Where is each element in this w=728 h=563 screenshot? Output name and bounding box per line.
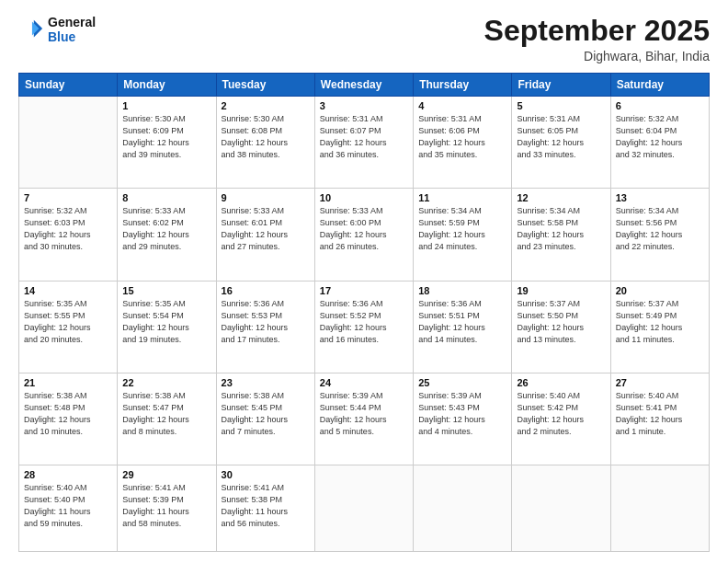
table-row: 11Sunrise: 5:34 AMSunset: 5:59 PMDayligh… <box>414 189 512 281</box>
day-info: Sunrise: 5:40 AMSunset: 5:41 PMDaylight:… <box>616 390 704 438</box>
day-info: Sunrise: 5:39 AMSunset: 5:44 PMDaylight:… <box>320 390 408 438</box>
day-number: 4 <box>418 100 506 111</box>
day-number: 3 <box>320 100 408 111</box>
table-row: 16Sunrise: 5:36 AMSunset: 5:53 PMDayligh… <box>216 281 314 373</box>
logo-text: General Blue <box>48 15 96 44</box>
table-row: 3Sunrise: 5:31 AMSunset: 6:07 PMDaylight… <box>314 97 413 189</box>
day-number: 26 <box>517 377 605 388</box>
day-info: Sunrise: 5:39 AMSunset: 5:43 PMDaylight:… <box>418 390 506 438</box>
day-number: 21 <box>24 377 112 388</box>
day-info: Sunrise: 5:41 AMSunset: 5:39 PMDaylight:… <box>122 482 210 530</box>
day-info: Sunrise: 5:32 AMSunset: 6:03 PMDaylight:… <box>24 205 112 253</box>
day-info: Sunrise: 5:38 AMSunset: 5:47 PMDaylight:… <box>122 390 210 438</box>
table-row: 6Sunrise: 5:32 AMSunset: 6:04 PMDaylight… <box>610 97 709 189</box>
calendar-body: 1Sunrise: 5:30 AMSunset: 6:09 PMDaylight… <box>19 97 710 552</box>
table-row: 12Sunrise: 5:34 AMSunset: 5:58 PMDayligh… <box>512 189 610 281</box>
day-number: 8 <box>122 192 210 203</box>
day-info: Sunrise: 5:40 AMSunset: 5:42 PMDaylight:… <box>517 390 605 438</box>
day-number: 24 <box>320 377 408 388</box>
table-row: 24Sunrise: 5:39 AMSunset: 5:44 PMDayligh… <box>314 373 413 465</box>
day-info: Sunrise: 5:36 AMSunset: 5:51 PMDaylight:… <box>418 298 506 346</box>
table-row: 18Sunrise: 5:36 AMSunset: 5:51 PMDayligh… <box>414 281 512 373</box>
day-number: 23 <box>222 377 310 388</box>
day-number: 19 <box>517 285 605 296</box>
day-number: 20 <box>616 285 704 296</box>
location: Dighwara, Bihar, India <box>484 49 710 63</box>
header: General Blue September 2025 Dighwara, Bi… <box>18 15 710 63</box>
day-info: Sunrise: 5:37 AMSunset: 5:49 PMDaylight:… <box>616 298 704 346</box>
month-title: September 2025 <box>484 15 710 47</box>
day-number: 15 <box>122 285 210 296</box>
table-row: 7Sunrise: 5:32 AMSunset: 6:03 PMDaylight… <box>19 189 118 281</box>
day-number: 27 <box>616 377 704 388</box>
table-row: 19Sunrise: 5:37 AMSunset: 5:50 PMDayligh… <box>512 281 610 373</box>
day-number: 22 <box>122 377 210 388</box>
col-monday: Monday <box>118 74 216 97</box>
logo-icon <box>18 17 44 42</box>
day-info: Sunrise: 5:34 AMSunset: 5:56 PMDaylight:… <box>616 205 704 253</box>
day-number: 9 <box>222 192 310 203</box>
day-number: 10 <box>320 192 408 203</box>
table-row: 15Sunrise: 5:35 AMSunset: 5:54 PMDayligh… <box>118 281 216 373</box>
day-info: Sunrise: 5:34 AMSunset: 5:58 PMDaylight:… <box>517 205 605 253</box>
day-info: Sunrise: 5:33 AMSunset: 6:01 PMDaylight:… <box>222 205 310 253</box>
table-row: 5Sunrise: 5:31 AMSunset: 6:05 PMDaylight… <box>512 97 610 189</box>
day-number: 18 <box>418 285 506 296</box>
day-number: 30 <box>222 469 310 480</box>
table-row: 26Sunrise: 5:40 AMSunset: 5:42 PMDayligh… <box>512 373 610 465</box>
table-row: 21Sunrise: 5:38 AMSunset: 5:48 PMDayligh… <box>19 373 118 465</box>
table-row: 29Sunrise: 5:41 AMSunset: 5:39 PMDayligh… <box>118 465 216 551</box>
table-row: 1Sunrise: 5:30 AMSunset: 6:09 PMDaylight… <box>118 97 216 189</box>
day-info: Sunrise: 5:38 AMSunset: 5:48 PMDaylight:… <box>24 390 112 438</box>
day-number: 17 <box>320 285 408 296</box>
table-row: 14Sunrise: 5:35 AMSunset: 5:55 PMDayligh… <box>19 281 118 373</box>
day-info: Sunrise: 5:41 AMSunset: 5:38 PMDaylight:… <box>222 482 310 530</box>
day-info: Sunrise: 5:35 AMSunset: 5:54 PMDaylight:… <box>122 298 210 346</box>
header-row: Sunday Monday Tuesday Wednesday Thursday… <box>19 74 710 97</box>
col-saturday: Saturday <box>610 74 709 97</box>
day-info: Sunrise: 5:37 AMSunset: 5:50 PMDaylight:… <box>517 298 605 346</box>
col-tuesday: Tuesday <box>216 74 314 97</box>
day-info: Sunrise: 5:35 AMSunset: 5:55 PMDaylight:… <box>24 298 112 346</box>
col-wednesday: Wednesday <box>314 74 413 97</box>
day-number: 12 <box>517 192 605 203</box>
table-row: 28Sunrise: 5:40 AMSunset: 5:40 PMDayligh… <box>19 465 118 551</box>
day-number: 16 <box>222 285 310 296</box>
day-number: 28 <box>24 469 112 480</box>
table-row: 4Sunrise: 5:31 AMSunset: 6:06 PMDaylight… <box>414 97 512 189</box>
table-row <box>414 465 512 551</box>
table-row: 22Sunrise: 5:38 AMSunset: 5:47 PMDayligh… <box>118 373 216 465</box>
table-row <box>314 465 413 551</box>
day-info: Sunrise: 5:38 AMSunset: 5:45 PMDaylight:… <box>222 390 310 438</box>
page: General Blue September 2025 Dighwara, Bi… <box>0 0 728 563</box>
day-info: Sunrise: 5:40 AMSunset: 5:40 PMDaylight:… <box>24 482 112 530</box>
day-number: 5 <box>517 100 605 111</box>
table-row: 27Sunrise: 5:40 AMSunset: 5:41 PMDayligh… <box>610 373 709 465</box>
logo: General Blue <box>18 15 96 44</box>
table-row: 9Sunrise: 5:33 AMSunset: 6:01 PMDaylight… <box>216 189 314 281</box>
day-info: Sunrise: 5:36 AMSunset: 5:53 PMDaylight:… <box>222 298 310 346</box>
col-friday: Friday <box>512 74 610 97</box>
table-row: 23Sunrise: 5:38 AMSunset: 5:45 PMDayligh… <box>216 373 314 465</box>
table-row: 2Sunrise: 5:30 AMSunset: 6:08 PMDaylight… <box>216 97 314 189</box>
table-row: 17Sunrise: 5:36 AMSunset: 5:52 PMDayligh… <box>314 281 413 373</box>
day-info: Sunrise: 5:31 AMSunset: 6:05 PMDaylight:… <box>517 113 605 161</box>
day-number: 13 <box>616 192 704 203</box>
day-number: 1 <box>122 100 210 111</box>
day-info: Sunrise: 5:33 AMSunset: 6:00 PMDaylight:… <box>320 205 408 253</box>
calendar-header: Sunday Monday Tuesday Wednesday Thursday… <box>19 74 710 97</box>
table-row: 13Sunrise: 5:34 AMSunset: 5:56 PMDayligh… <box>610 189 709 281</box>
day-info: Sunrise: 5:30 AMSunset: 6:08 PMDaylight:… <box>222 113 310 161</box>
col-sunday: Sunday <box>19 74 118 97</box>
day-info: Sunrise: 5:33 AMSunset: 6:02 PMDaylight:… <box>122 205 210 253</box>
day-info: Sunrise: 5:34 AMSunset: 5:59 PMDaylight:… <box>418 205 506 253</box>
day-number: 7 <box>24 192 112 203</box>
calendar-table: Sunday Monday Tuesday Wednesday Thursday… <box>18 73 710 552</box>
table-row: 10Sunrise: 5:33 AMSunset: 6:00 PMDayligh… <box>314 189 413 281</box>
day-info: Sunrise: 5:36 AMSunset: 5:52 PMDaylight:… <box>320 298 408 346</box>
day-number: 29 <box>122 469 210 480</box>
day-info: Sunrise: 5:31 AMSunset: 6:06 PMDaylight:… <box>418 113 506 161</box>
table-row <box>610 465 709 551</box>
day-number: 6 <box>616 100 704 111</box>
day-number: 11 <box>418 192 506 203</box>
